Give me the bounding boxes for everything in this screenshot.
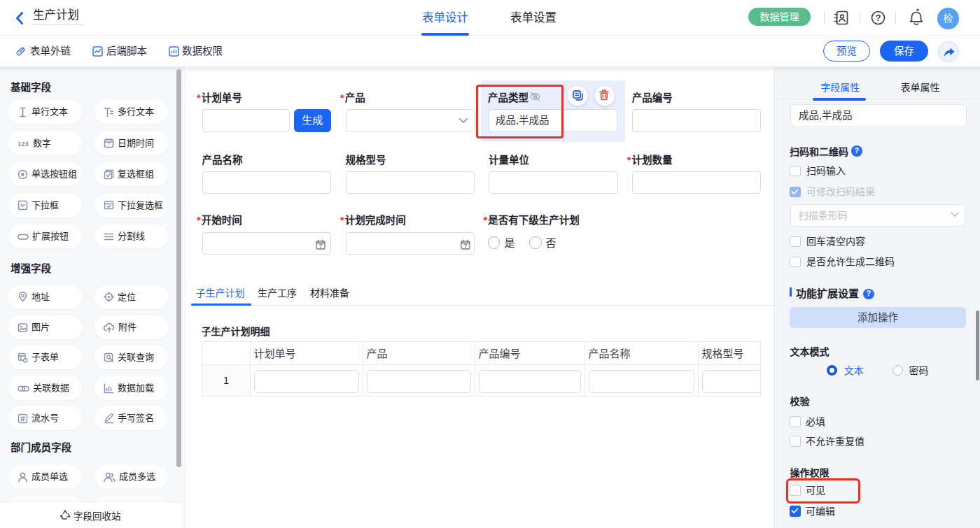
- svg-text:123: 123: [18, 140, 29, 148]
- svg-text:7: 7: [464, 242, 468, 249]
- svg-text:?: ?: [876, 13, 881, 23]
- svg-text:7: 7: [107, 142, 110, 147]
- svg-text:7: 7: [318, 242, 322, 249]
